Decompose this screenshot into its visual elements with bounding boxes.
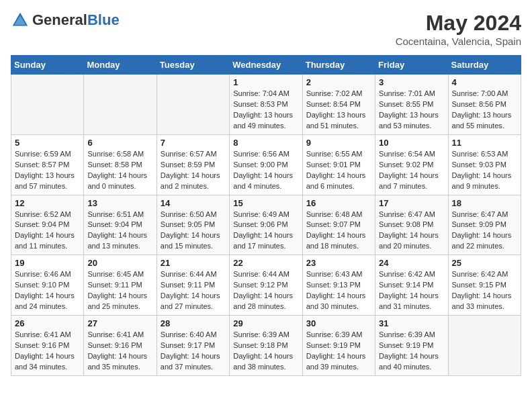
day-number: 6 [87, 138, 152, 148]
day-number: 1 [233, 77, 298, 87]
day-info: Sunrise: 6:39 AMSunset: 9:19 PMDaylight:… [306, 330, 371, 373]
day-info: Sunrise: 6:44 AMSunset: 9:11 PMDaylight:… [161, 269, 226, 312]
calendar-day-cell: 27Sunrise: 6:41 AMSunset: 9:16 PMDayligh… [84, 316, 157, 376]
calendar-day-cell: 8Sunrise: 6:56 AMSunset: 9:00 PMDaylight… [230, 134, 302, 195]
calendar-day-cell: 16Sunrise: 6:48 AMSunset: 9:07 PMDayligh… [302, 195, 375, 255]
day-number: 26 [15, 318, 80, 328]
subtitle: Cocentaina, Valencia, Spain [396, 36, 521, 47]
day-info: Sunrise: 6:44 AMSunset: 9:12 PMDaylight:… [233, 269, 298, 312]
day-number: 11 [452, 138, 517, 148]
calendar-week-row: 19Sunrise: 6:46 AMSunset: 9:10 PMDayligh… [11, 255, 521, 316]
calendar-day-cell: 2Sunrise: 7:02 AMSunset: 8:54 PMDaylight… [302, 75, 375, 135]
day-number: 30 [306, 318, 371, 328]
day-number: 15 [233, 198, 298, 208]
day-info: Sunrise: 6:40 AMSunset: 9:17 PMDaylight:… [161, 330, 226, 373]
calendar-day-cell: 24Sunrise: 6:42 AMSunset: 9:14 PMDayligh… [375, 255, 448, 316]
day-number: 17 [379, 198, 444, 208]
day-info: Sunrise: 6:45 AMSunset: 9:11 PMDaylight:… [87, 269, 152, 312]
title-block: May 2024 Cocentaina, Valencia, Spain [396, 11, 521, 47]
day-info: Sunrise: 6:46 AMSunset: 9:10 PMDaylight:… [15, 269, 80, 312]
day-number: 10 [379, 138, 444, 148]
day-number: 23 [306, 258, 371, 268]
day-info: Sunrise: 7:02 AMSunset: 8:54 PMDaylight:… [306, 89, 371, 132]
calendar-week-row: 5Sunrise: 6:59 AMSunset: 8:57 PMDaylight… [11, 134, 521, 195]
day-number: 12 [15, 198, 80, 208]
day-info: Sunrise: 7:00 AMSunset: 8:56 PMDaylight:… [452, 89, 517, 132]
calendar-day-cell: 20Sunrise: 6:45 AMSunset: 9:11 PMDayligh… [84, 255, 157, 316]
day-info: Sunrise: 6:47 AMSunset: 9:09 PMDaylight:… [452, 210, 517, 253]
calendar-day-cell [157, 75, 229, 135]
calendar-day-cell: 11Sunrise: 6:53 AMSunset: 9:03 PMDayligh… [448, 134, 521, 195]
calendar-day-cell: 9Sunrise: 6:55 AMSunset: 9:01 PMDaylight… [302, 134, 375, 195]
day-number: 18 [452, 198, 517, 208]
calendar-day-cell: 5Sunrise: 6:59 AMSunset: 8:57 PMDaylight… [11, 134, 84, 195]
day-number: 20 [87, 258, 152, 268]
calendar-week-row: 26Sunrise: 6:41 AMSunset: 9:16 PMDayligh… [11, 316, 521, 376]
day-info: Sunrise: 6:58 AMSunset: 8:58 PMDaylight:… [87, 149, 152, 192]
calendar-day-cell: 29Sunrise: 6:39 AMSunset: 9:18 PMDayligh… [230, 316, 302, 376]
day-info: Sunrise: 6:39 AMSunset: 9:19 PMDaylight:… [379, 330, 444, 373]
calendar-day-cell [84, 75, 157, 135]
page-header: GeneralBlue May 2024 Cocentaina, Valenci… [11, 11, 521, 47]
calendar-day-cell: 15Sunrise: 6:49 AMSunset: 9:06 PMDayligh… [230, 195, 302, 255]
day-number: 7 [161, 138, 226, 148]
day-info: Sunrise: 6:54 AMSunset: 9:02 PMDaylight:… [379, 149, 444, 192]
calendar-day-cell [448, 316, 521, 376]
day-info: Sunrise: 6:41 AMSunset: 9:16 PMDaylight:… [87, 330, 152, 373]
calendar-table: SundayMondayTuesdayWednesdayThursdayFrid… [11, 55, 521, 376]
calendar-day-cell: 18Sunrise: 6:47 AMSunset: 9:09 PMDayligh… [448, 195, 521, 255]
day-info: Sunrise: 6:52 AMSunset: 9:04 PMDaylight:… [15, 210, 80, 253]
calendar-day-cell: 1Sunrise: 7:04 AMSunset: 8:53 PMDaylight… [230, 75, 302, 135]
day-number: 8 [233, 138, 298, 148]
calendar-header-thursday: Thursday [302, 56, 375, 75]
day-number: 16 [306, 198, 371, 208]
calendar-header-monday: Monday [84, 56, 157, 75]
calendar-header-sunday: Sunday [11, 56, 84, 75]
day-number: 21 [161, 258, 226, 268]
calendar-day-cell: 17Sunrise: 6:47 AMSunset: 9:08 PMDayligh… [375, 195, 448, 255]
day-number: 19 [15, 258, 80, 268]
day-number: 3 [379, 77, 444, 87]
day-number: 14 [161, 198, 226, 208]
calendar-header-friday: Friday [375, 56, 448, 75]
day-info: Sunrise: 6:51 AMSunset: 9:04 PMDaylight:… [87, 210, 152, 253]
day-info: Sunrise: 6:47 AMSunset: 9:08 PMDaylight:… [379, 210, 444, 253]
calendar-header-row: SundayMondayTuesdayWednesdayThursdayFrid… [11, 56, 521, 75]
calendar-day-cell: 13Sunrise: 6:51 AMSunset: 9:04 PMDayligh… [84, 195, 157, 255]
day-info: Sunrise: 6:50 AMSunset: 9:05 PMDaylight:… [161, 210, 226, 253]
calendar-header-wednesday: Wednesday [230, 56, 302, 75]
main-title: May 2024 [396, 11, 521, 36]
day-number: 2 [306, 77, 371, 87]
day-info: Sunrise: 7:01 AMSunset: 8:55 PMDaylight:… [379, 89, 444, 132]
day-info: Sunrise: 6:59 AMSunset: 8:57 PMDaylight:… [15, 149, 80, 192]
day-info: Sunrise: 6:41 AMSunset: 9:16 PMDaylight:… [15, 330, 80, 373]
day-info: Sunrise: 6:43 AMSunset: 9:13 PMDaylight:… [306, 269, 371, 312]
calendar-day-cell: 7Sunrise: 6:57 AMSunset: 8:59 PMDaylight… [157, 134, 229, 195]
calendar-day-cell: 19Sunrise: 6:46 AMSunset: 9:10 PMDayligh… [11, 255, 84, 316]
calendar-week-row: 1Sunrise: 7:04 AMSunset: 8:53 PMDaylight… [11, 75, 521, 135]
day-info: Sunrise: 6:42 AMSunset: 9:14 PMDaylight:… [379, 269, 444, 312]
calendar-day-cell: 12Sunrise: 6:52 AMSunset: 9:04 PMDayligh… [11, 195, 84, 255]
generalblue-logo-icon [11, 11, 30, 30]
day-info: Sunrise: 7:04 AMSunset: 8:53 PMDaylight:… [233, 89, 298, 132]
calendar-day-cell: 4Sunrise: 7:00 AMSunset: 8:56 PMDaylight… [448, 75, 521, 135]
logo-text: GeneralBlue [32, 11, 120, 29]
calendar-day-cell: 3Sunrise: 7:01 AMSunset: 8:55 PMDaylight… [375, 75, 448, 135]
day-number: 13 [87, 198, 152, 208]
day-number: 9 [306, 138, 371, 148]
day-info: Sunrise: 6:56 AMSunset: 9:00 PMDaylight:… [233, 149, 298, 192]
day-info: Sunrise: 6:48 AMSunset: 9:07 PMDaylight:… [306, 210, 371, 253]
calendar-day-cell: 28Sunrise: 6:40 AMSunset: 9:17 PMDayligh… [157, 316, 229, 376]
calendar-header-saturday: Saturday [448, 56, 521, 75]
calendar-header-tuesday: Tuesday [157, 56, 229, 75]
calendar-day-cell: 30Sunrise: 6:39 AMSunset: 9:19 PMDayligh… [302, 316, 375, 376]
calendar-day-cell: 31Sunrise: 6:39 AMSunset: 9:19 PMDayligh… [375, 316, 448, 376]
day-number: 25 [452, 258, 517, 268]
day-number: 28 [161, 318, 226, 328]
calendar-day-cell: 6Sunrise: 6:58 AMSunset: 8:58 PMDaylight… [84, 134, 157, 195]
calendar-day-cell: 25Sunrise: 6:42 AMSunset: 9:15 PMDayligh… [448, 255, 521, 316]
day-number: 31 [379, 318, 444, 328]
calendar-day-cell: 10Sunrise: 6:54 AMSunset: 9:02 PMDayligh… [375, 134, 448, 195]
day-info: Sunrise: 6:53 AMSunset: 9:03 PMDaylight:… [452, 149, 517, 192]
calendar-day-cell: 22Sunrise: 6:44 AMSunset: 9:12 PMDayligh… [230, 255, 302, 316]
